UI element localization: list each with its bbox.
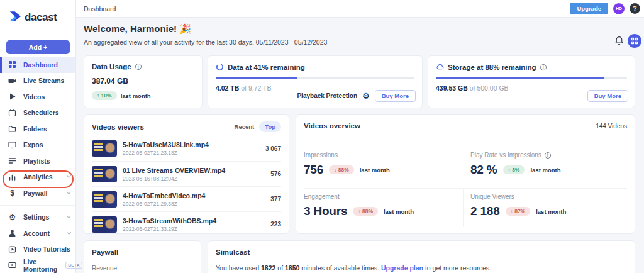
simulcast-total-minutes: 1850	[285, 264, 299, 272]
info-icon[interactable]	[540, 64, 547, 70]
video-meta: 01 Live Streams OVERVIEW.mp4 2023-08-16T…	[123, 167, 225, 182]
dollar-icon: $	[8, 189, 16, 197]
card-title: Simulcast	[216, 248, 627, 256]
welcome-right-cluster	[614, 34, 641, 48]
sidebar-item-paywall[interactable]: $ Paywall	[0, 185, 75, 201]
calendar-icon	[8, 109, 16, 117]
gear-icon: ⚙	[8, 213, 16, 221]
playback-protection-gear-icon[interactable]: ⚙	[362, 92, 370, 100]
divider	[463, 188, 464, 227]
upgrade-button[interactable]: Upgrade	[570, 3, 608, 14]
user-avatar[interactable]: HD	[613, 3, 625, 14]
sidebar-item-folders[interactable]: Folders	[0, 121, 75, 137]
data-usage-value: 387.04 GB	[92, 77, 194, 86]
sidebar-item-account[interactable]: Account	[0, 225, 75, 242]
sidebar-item-settings[interactable]: ⚙ Settings	[0, 209, 75, 226]
live-monitor-icon	[8, 261, 16, 269]
video-view-count: 377	[270, 196, 281, 203]
card-title: Videos viewers	[92, 123, 144, 131]
dacast-logo-icon	[8, 10, 21, 25]
dacast-logo[interactable]: dacast	[0, 0, 75, 35]
card-title: Data Usage	[92, 63, 131, 70]
buy-more-storage-button[interactable]: Buy More	[587, 90, 628, 102]
simulcast-usage-text: You have used 1822 of 1850 minutes of av…	[216, 264, 627, 272]
divider	[304, 188, 627, 189]
simulcast-text-part: to get more resources.	[423, 264, 491, 272]
video-date: 2022-05-02T21:23:18Z	[123, 150, 209, 156]
trend-badge-down: ↓ 88%	[329, 165, 354, 174]
data-progress-fill	[216, 77, 297, 79]
card-title: Paywall	[92, 248, 193, 256]
card-title: Data at 41% remaining	[228, 64, 305, 71]
chevron-down-icon	[67, 214, 71, 218]
upgrade-plan-link[interactable]: Upgrade plan	[381, 264, 423, 272]
video-camera-icon	[8, 77, 16, 85]
video-meta: 3-HowToStreamWithOBS.mp4 2022-05-02T21:3…	[123, 217, 216, 232]
tab-recent[interactable]: Recent	[235, 123, 255, 130]
trend-note: last month	[536, 208, 566, 215]
sidebar-item-schedulers[interactable]: Schedulers	[0, 105, 75, 121]
storage-progress-bar	[436, 77, 627, 79]
storage-of: of	[468, 84, 477, 92]
bar-chart-icon	[8, 173, 16, 181]
paywall-revenue-label: Revenue	[92, 265, 193, 272]
video-list-item[interactable]: 5-HowToUseM3U8Link.mp4 2022-05-02T21:23:…	[92, 136, 281, 161]
chevron-down-icon	[67, 230, 71, 235]
info-icon[interactable]	[135, 64, 142, 70]
metric-value: 2 188	[470, 204, 500, 218]
bell-icon[interactable]	[614, 36, 624, 46]
sidebar-item-video-tutorials[interactable]: Video Tutorials	[0, 242, 75, 258]
help-icon[interactable]: ?	[630, 3, 640, 14]
simulcast-used-minutes: 1822	[261, 264, 275, 272]
sidebar-item-playlists[interactable]: Playlists	[0, 153, 75, 169]
breadcrumb: Dashboard	[84, 5, 116, 13]
metric-value: 3 Hours	[304, 204, 347, 218]
apps-grid-avatar[interactable]	[628, 34, 641, 48]
videos-viewers-card: Videos viewers Recent Top 5-HowToUseM3U8…	[84, 114, 289, 234]
sidebar-item-label: Paywall	[23, 189, 48, 197]
video-meta: 5-HowToUseM3U8Link.mp4 2022-05-02T21:23:…	[123, 141, 209, 156]
main-content: Welcome, Harmonie! 🎉 An aggregated view …	[76, 18, 644, 273]
video-name: 3-HowToStreamWithOBS.mp4	[123, 217, 216, 225]
video-view-count: 223	[270, 221, 281, 228]
sidebar-item-label: Playlists	[23, 157, 50, 165]
buy-more-data-button[interactable]: Buy More	[375, 90, 416, 102]
video-list-item[interactable]: 3-HowToStreamWithOBS.mp4 2022-05-02T21:3…	[92, 211, 281, 237]
viewers-tabs: Recent Top	[235, 121, 281, 132]
video-thumbnail	[92, 166, 117, 182]
video-list-item[interactable]: 01 Live Streams OVERVIEW.mp4 2023-08-16T…	[92, 161, 281, 186]
cloud-icon	[436, 63, 444, 71]
sidebar-item-analytics[interactable]: Analytics	[0, 169, 75, 186]
sidebar-item-videos[interactable]: Videos	[0, 89, 75, 105]
chevron-down-icon	[67, 174, 71, 178]
video-thumbnail	[92, 216, 117, 233]
storage-progress-fill	[436, 77, 604, 79]
storage-used: 439.53 GB	[436, 84, 468, 92]
folder-icon	[8, 125, 16, 133]
playback-protection-label: Playback Protection	[297, 92, 357, 99]
trend-note: last month	[360, 167, 390, 174]
video-list-item[interactable]: 4-HowToEmbedVideo.mp4 2022-05-02T21:29:3…	[92, 186, 281, 211]
sidebar-item-live-streams[interactable]: Live Streams	[0, 73, 75, 89]
add-button[interactable]: Add +	[6, 40, 70, 54]
page-title: Welcome, Harmonie! 🎉	[84, 23, 636, 35]
play-icon	[8, 92, 16, 101]
data-remaining-card: Data at 41% remaining 4.02 TB of 9.72 TB…	[208, 55, 423, 108]
simulcast-text-part: You have used	[216, 264, 261, 272]
apps-grid-icon	[631, 37, 638, 45]
sidebar-item-label: Live Monitoring	[23, 258, 57, 273]
video-date: 2022-05-02T21:29:38Z	[123, 201, 205, 207]
metric-impressions: Impressions 756 ↓ 88% last month	[304, 152, 390, 177]
dacast-dashboard-page: dacast Add + Dashboard Live Streams Vide…	[0, 0, 644, 273]
video-tutorial-icon	[8, 245, 16, 254]
sidebar-item-label: Schedulers	[23, 109, 59, 116]
sidebar-item-dashboard[interactable]: Dashboard	[0, 57, 75, 73]
sidebar-item-expos[interactable]: Expos	[0, 137, 75, 153]
videos-overview-card: Videos overview 144 Videos Impressions 7…	[296, 114, 635, 234]
tab-top[interactable]: Top	[259, 121, 281, 132]
monitor-icon	[8, 141, 16, 149]
video-thumbnail	[92, 191, 117, 208]
simulcast-text-part: of	[275, 264, 285, 272]
sidebar-item-live-monitoring[interactable]: Live Monitoring BETA	[0, 257, 75, 273]
info-icon[interactable]	[545, 152, 551, 159]
